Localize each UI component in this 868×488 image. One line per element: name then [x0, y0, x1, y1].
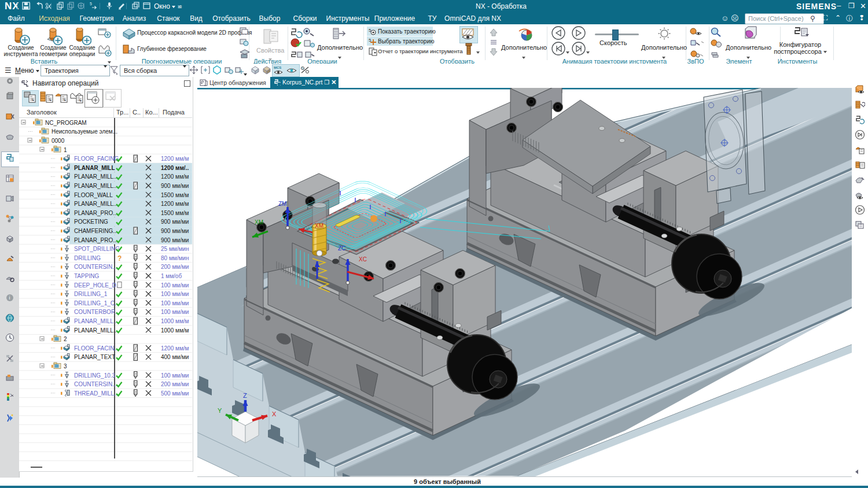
- svg-text:NC_PROGRAM: NC_PROGRAM: [45, 120, 87, 126]
- svg-text:25 мм/мин: 25 мм/мин: [161, 246, 189, 252]
- svg-text:0000: 0000: [52, 138, 65, 144]
- svg-text:?: ?: [117, 254, 122, 263]
- svg-text:1: 1: [64, 147, 67, 153]
- svg-text:400 мм/ми: 400 мм/ми: [161, 354, 189, 360]
- svg-text:X: X: [272, 411, 277, 417]
- svg-text:TAPPING: TAPPING: [74, 273, 99, 279]
- svg-text:PLANAR_MILL...: PLANAR_MILL...: [74, 327, 118, 334]
- svg-text:POCKETING: POCKETING: [74, 219, 108, 225]
- svg-text:100 мм/ми: 100 мм/ми: [161, 291, 189, 297]
- svg-text:3: 3: [64, 363, 67, 369]
- svg-text:1200 мм/..: 1200 мм/..: [161, 165, 189, 171]
- svg-text:PLANAR_MILL...: PLANAR_MILL...: [74, 201, 118, 207]
- svg-text:100 мм/ми: 100 мм/ми: [161, 309, 189, 315]
- svg-text:80 мм/мин: 80 мм/мин: [161, 255, 189, 261]
- svg-text:FLOOR_WALL: FLOOR_WALL: [74, 192, 113, 198]
- svg-text:100 мм/ми: 100 мм/ми: [161, 372, 189, 379]
- svg-text:2: 2: [64, 336, 67, 342]
- svg-text:Неиспользуемые элем...: Неиспользуемые элем...: [52, 128, 117, 135]
- svg-text:5: 5: [90, 2, 92, 6]
- svg-text:DRILLING_1_C...: DRILLING_1_C...: [74, 300, 119, 306]
- svg-text:FLOOR_FACIN...: FLOOR_FACIN...: [74, 345, 119, 352]
- svg-text:1200 мм/м: 1200 мм/м: [161, 156, 189, 162]
- svg-text:ZC: ZC: [338, 245, 345, 252]
- svg-text:COUNTERBOR...: COUNTERBOR...: [74, 309, 120, 315]
- svg-text:100 мм/ми: 100 мм/ми: [161, 282, 189, 289]
- svg-text:PLANAR_PRO...: PLANAR_PRO...: [74, 237, 118, 243]
- svg-text:1200 мм/м: 1200 мм/м: [161, 173, 189, 180]
- svg-text:PLANAR_TEXT: PLANAR_TEXT: [74, 354, 115, 360]
- svg-text:ZM: ZM: [278, 201, 286, 207]
- svg-text:COUNTERSIN...: COUNTERSIN...: [74, 264, 117, 270]
- svg-text:200 мм/ми: 200 мм/ми: [161, 381, 189, 387]
- svg-text:900 мм/ми: 900 мм/ми: [161, 237, 189, 243]
- svg-text:Y: Y: [218, 407, 222, 414]
- svg-text:DRILLING_1: DRILLING_1: [74, 291, 108, 297]
- svg-text:COUNTERSIN...: COUNTERSIN...: [74, 381, 117, 387]
- svg-text:1000 мм/м: 1000 мм/м: [161, 318, 189, 324]
- svg-text:XM: XM: [255, 219, 263, 225]
- svg-text:1 мм/об: 1 мм/об: [161, 273, 182, 279]
- svg-text:900 мм/ми: 900 мм/ми: [161, 183, 189, 189]
- svg-text:↳: ↳: [63, 98, 67, 102]
- svg-text:SPOT_DRILLING: SPOT_DRILLING: [74, 246, 120, 252]
- svg-text:500 мм/ми: 500 мм/ми: [161, 390, 189, 397]
- svg-text:DRILLING: DRILLING: [74, 255, 101, 261]
- svg-text:↳: ↳: [49, 98, 52, 102]
- svg-text:CHAMFERING...: CHAMFERING...: [74, 228, 118, 234]
- svg-text:MCS: MCS: [274, 66, 281, 69]
- svg-text:PLANAR_MILL: PLANAR_MILL: [74, 165, 115, 171]
- svg-text:1500 мм/м: 1500 мм/м: [161, 210, 189, 216]
- svg-text:↳: ↳: [79, 98, 82, 102]
- svg-text:100 мм/ми: 100 мм/ми: [161, 300, 189, 306]
- svg-text:1200 мм/м: 1200 мм/м: [161, 345, 189, 352]
- svg-text:THREAD_MILL...: THREAD_MILL...: [74, 390, 119, 397]
- svg-text:DEEP_HOLE_D...: DEEP_HOLE_D...: [74, 282, 121, 289]
- svg-text:XC: XC: [359, 256, 367, 263]
- svg-text:PLANAR_MILL...: PLANAR_MILL...: [74, 183, 118, 189]
- svg-text:200 мм/ми: 200 мм/ми: [161, 264, 189, 270]
- svg-text:PLANAR_PRO...: PLANAR_PRO...: [74, 210, 118, 216]
- svg-text:PLANAR_MILL...: PLANAR_MILL...: [74, 173, 118, 180]
- svg-text:XM: XM: [315, 223, 323, 229]
- svg-text:PLANAR_MILL...: PLANAR_MILL...: [74, 318, 118, 324]
- svg-text:FLOOR_FACING: FLOOR_FACING: [74, 156, 119, 162]
- svg-text:1000 мм/м: 1000 мм/м: [161, 327, 189, 334]
- svg-text:Z: Z: [243, 392, 247, 399]
- svg-text:900 мм/ми: 900 мм/ми: [161, 228, 189, 234]
- svg-text:DRILLING_10.3: DRILLING_10.3: [74, 372, 116, 379]
- svg-text:↳: ↳: [31, 98, 35, 102]
- svg-text:1200 мм/м: 1200 мм/м: [161, 201, 189, 207]
- svg-text:1500 мм/м: 1500 мм/м: [161, 192, 189, 198]
- svg-text:900 мм/ми: 900 мм/ми: [161, 219, 189, 225]
- svg-text:i: i: [9, 295, 10, 301]
